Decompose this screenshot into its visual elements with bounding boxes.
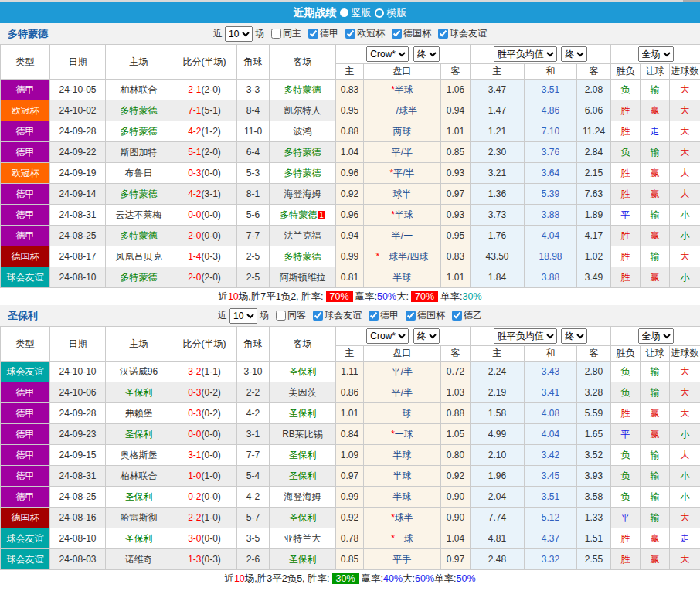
col-home: 主场 xyxy=(106,45,172,80)
radio-unselected-icon[interactable] xyxy=(375,8,384,18)
asian-away-odds-cell: 1.05 xyxy=(441,424,471,445)
layout-option-horizontal[interactable]: 横版 xyxy=(375,6,407,20)
odds-time-select[interactable]: 终 xyxy=(413,46,440,62)
date-cell: 24-08-25 xyxy=(50,487,106,508)
league-filter[interactable]: 德甲 xyxy=(364,309,399,322)
euro-time-select[interactable]: 终 xyxy=(561,46,587,62)
match-row: 德甲24-09-15奥格斯堡3-1(0-0)7-7圣保利1.09半球0.802.… xyxy=(1,445,700,466)
radio-selected-icon[interactable] xyxy=(340,8,348,17)
league-checkbox[interactable] xyxy=(308,29,318,39)
match-count-select[interactable]: 10 xyxy=(225,26,253,42)
euro-time-select[interactable]: 终 xyxy=(561,328,587,344)
asian-home-odds-cell: 1.09 xyxy=(336,445,364,466)
away-team-cell: 海登海姆 xyxy=(270,184,336,205)
match-row: 德甲24-08-25多特蒙德2-0(0-0)7-7法兰克福0.94半/一0.95… xyxy=(1,226,700,246)
league-filter[interactable]: 德乙 xyxy=(447,309,482,322)
handicap-cell: *半球 xyxy=(364,80,441,100)
handicap-cell: 半球 xyxy=(364,267,441,288)
league-checkbox[interactable] xyxy=(452,311,462,321)
handicap-cell: *半球 xyxy=(364,205,441,226)
result-cell: 胜 xyxy=(611,246,641,267)
odds-time-select[interactable]: 终 xyxy=(413,328,440,344)
result-cell: 平 xyxy=(611,205,641,226)
scope-select[interactable]: 全场 xyxy=(638,46,674,62)
league-filter[interactable]: 德国杯 xyxy=(401,309,445,322)
record-summary: 近10场,胜3平2负5, 胜率:30%赢率:40% 大:60% 单率:50% xyxy=(0,570,700,587)
euro-away-odds-cell: 2.55 xyxy=(577,549,611,570)
euro-home-odds-cell: 43.50 xyxy=(471,246,525,267)
league-cell: 球会友谊 xyxy=(1,528,50,549)
euro-draw-odds-cell: 3.42 xyxy=(525,445,577,466)
handicap-cell: *三球半/四球 xyxy=(364,246,441,267)
league-cell: 德甲 xyxy=(1,121,50,142)
corner-cell: 4-2 xyxy=(237,403,270,424)
result-cell: 负 xyxy=(611,445,641,466)
result-cell: 负 xyxy=(611,466,641,487)
match-count-select[interactable]: 10 xyxy=(229,308,257,324)
asian-away-odds-cell: 0.93 xyxy=(441,163,471,184)
odds-company-select[interactable]: Crow* xyxy=(366,328,409,344)
result-cell: 胜 xyxy=(611,100,641,121)
odds-company-select[interactable]: Crow* xyxy=(366,46,409,62)
euro-odds-select[interactable]: 胜平负均值 xyxy=(494,328,557,344)
away-team-cell: 圣保利 xyxy=(270,403,336,424)
euro-draw-odds-cell: 3.76 xyxy=(525,142,577,163)
handicap-cell: 球半 xyxy=(364,184,441,205)
league-filter[interactable]: 德甲 xyxy=(304,27,338,40)
match-row: 球会友谊24-08-10多特蒙德2-0(2-0)2-5阿斯顿维拉0.81半球1.… xyxy=(1,267,700,288)
euro-home-odds-cell: 1.84 xyxy=(471,267,525,288)
score-cell: 2-1(2-0) xyxy=(172,80,237,100)
same-venue-filter[interactable]: 同主 xyxy=(267,27,301,40)
layout-option-label: 横版 xyxy=(387,6,407,20)
euro-draw-odds-cell: 7.10 xyxy=(525,121,577,142)
date-cell: 24-09-28 xyxy=(50,121,106,142)
league-checkbox[interactable] xyxy=(406,311,416,321)
league-filter[interactable]: 欧冠杯 xyxy=(341,27,385,40)
handicap-cell: *一球 xyxy=(364,528,441,549)
league-filter[interactable]: 球会友谊 xyxy=(308,309,362,322)
league-filter[interactable]: 德国杯 xyxy=(387,27,431,40)
asian-away-odds-cell: 0.90 xyxy=(441,487,471,508)
euro-draw-odds-cell: 4.04 xyxy=(525,424,577,445)
same-venue-checkbox[interactable] xyxy=(271,29,281,39)
league-filter[interactable]: 球会友谊 xyxy=(433,27,487,40)
same-venue-filter[interactable]: 同客 xyxy=(271,309,306,322)
euro-odds-select[interactable]: 胜平负均值 xyxy=(494,46,557,62)
scope-select[interactable]: 全场 xyxy=(638,328,674,344)
league-checkbox[interactable] xyxy=(369,311,379,321)
score-cell: 2-0(2-0) xyxy=(172,267,237,288)
euro-draw-odds-cell: 4.08 xyxy=(525,403,577,424)
col-handicap: 盘口 xyxy=(364,64,441,80)
live-score-badge: 1 xyxy=(318,211,325,219)
corner-cell: 3-10 xyxy=(237,362,270,382)
date-cell: 24-09-23 xyxy=(50,424,106,445)
euro-draw-odds-cell: 5.39 xyxy=(525,184,577,205)
handicap-result-cell: 赢 xyxy=(641,226,670,246)
goals-result-cell: 大 xyxy=(670,163,700,184)
home-team-cell: 诺维奇 xyxy=(106,549,172,570)
col-away: 客场 xyxy=(270,45,336,80)
summary-segment: 赢率: xyxy=(355,290,377,304)
scrollbar-thumb[interactable] xyxy=(683,0,700,2)
asian-home-odds-cell: 0.95 xyxy=(336,100,364,121)
league-checkbox[interactable] xyxy=(313,311,323,321)
top-scrollbar[interactable] xyxy=(0,0,700,2)
handicap-result-cell: 赢 xyxy=(641,100,670,121)
same-venue-checkbox[interactable] xyxy=(276,311,286,321)
goals-result-cell: 小 xyxy=(670,205,700,226)
result-cell: 胜 xyxy=(611,267,641,288)
league-checkbox[interactable] xyxy=(345,29,355,39)
match-row: 德甲24-09-23圣保利0-0(0-0)3-1RB莱比锡0.84*一球1.05… xyxy=(1,424,700,445)
col-result: 胜负 xyxy=(611,346,641,362)
league-checkbox[interactable] xyxy=(438,29,448,39)
summary-segment: 近 xyxy=(218,290,228,304)
col-corner: 角球 xyxy=(237,45,270,80)
matches-table: 类型 日期 主场 比分(半场) 角球 客场 Crow* 终 胜平负均值 终 全场… xyxy=(0,326,700,570)
date-cell: 24-09-28 xyxy=(50,403,106,424)
handicap-cell: 半球 xyxy=(364,466,441,487)
corner-cell: 3-5 xyxy=(237,528,270,549)
summary-segment: 赢率: xyxy=(362,572,383,586)
layout-option-vertical[interactable]: 竖版 xyxy=(340,6,372,20)
league-checkbox[interactable] xyxy=(392,29,402,39)
league-cell: 欧冠杯 xyxy=(1,163,50,184)
